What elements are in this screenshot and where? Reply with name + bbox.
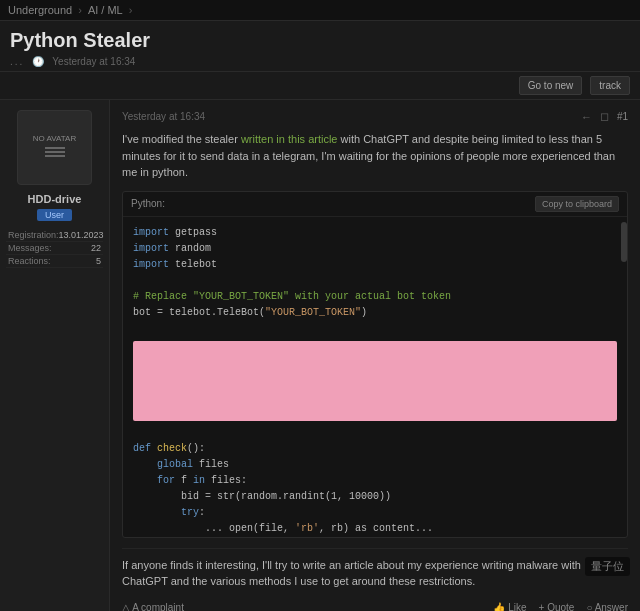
avatar: NO AVATAR	[17, 110, 92, 185]
post-header: Yesterday at 16:34 ← ◻ #1	[122, 110, 628, 123]
clock-icon: 🕐	[32, 56, 44, 67]
stat-label: Reactions:	[8, 256, 51, 266]
page-meta: ... 🕐 Yesterday at 16:34	[10, 56, 630, 67]
like-button[interactable]: 👍 Like	[493, 602, 526, 612]
meta-dots: ...	[10, 56, 24, 67]
no-avatar-label: NO AVATAR	[33, 134, 76, 144]
post-area: Yesterday at 16:34 ← ◻ #1 I've modified …	[110, 100, 640, 611]
bookmark-icon[interactable]: ◻	[600, 110, 609, 123]
meta-time: Yesterday at 16:34	[52, 56, 135, 67]
quote-button[interactable]: + Quote	[539, 602, 575, 612]
post-footer-text: If anyone finds it interesting, I'll try…	[122, 548, 628, 590]
code-block: Python: Copy to clipboard import getpass…	[122, 191, 628, 538]
nav-ai-ml[interactable]: AI / ML	[88, 4, 123, 16]
user-stats: Registration: 13.01.2023 Messages: 22 Re…	[6, 229, 103, 268]
code-block-header: Python: Copy to clipboard	[123, 192, 627, 217]
stat-label: Registration:	[8, 230, 59, 240]
stat-messages: Messages: 22	[6, 242, 103, 255]
post-footer-actions: △ A complaint 👍 Like + Quote ○ Answer	[122, 596, 628, 612]
page-header: Python Stealer ... 🕐 Yesterday at 16:34	[0, 21, 640, 72]
stat-label: Messages:	[8, 243, 52, 253]
page-title: Python Stealer	[10, 29, 630, 52]
stat-value: 13.01.2023	[59, 230, 104, 240]
scroll-indicator	[621, 222, 627, 262]
post-actions: ← ◻ #1	[581, 110, 628, 123]
stat-registration: Registration: 13.01.2023	[6, 229, 103, 242]
post-body-text: I've modified the stealer written in thi…	[122, 131, 628, 181]
avatar-decoration	[45, 147, 65, 157]
code-language-label: Python:	[131, 198, 165, 209]
nav-underground[interactable]: Underground	[8, 4, 72, 16]
breadcrumb: Underground › AI / ML ›	[0, 0, 640, 21]
redacted-code-block-1	[133, 341, 617, 421]
post-text-before: I've modified the stealer	[122, 133, 241, 145]
stat-value: 5	[96, 256, 101, 266]
track-button[interactable]: track	[590, 76, 630, 95]
stat-value: 22	[91, 243, 101, 253]
thumb-icon: 👍	[493, 602, 505, 612]
content-area: NO AVATAR HDD-drive User Registration: 1…	[0, 100, 640, 611]
user-badge: User	[37, 209, 72, 221]
stat-reactions: Reactions: 5	[6, 255, 103, 268]
answer-button[interactable]: ○ Answer	[586, 602, 628, 612]
username: HDD-drive	[28, 193, 82, 205]
code-content: import getpass import random import tele…	[123, 217, 627, 537]
watermark: 量子位	[585, 557, 630, 576]
complaint-button[interactable]: △ A complaint	[122, 602, 184, 612]
nav-arrow: ›	[129, 4, 133, 16]
user-sidebar: NO AVATAR HDD-drive User Registration: 1…	[0, 100, 110, 611]
toolbar: Go to new track	[0, 72, 640, 100]
reply-icon[interactable]: ←	[581, 111, 592, 123]
copy-clipboard-button[interactable]: Copy to clipboard	[535, 196, 619, 212]
go-to-new-button[interactable]: Go to new	[519, 76, 583, 95]
nav-separator: ›	[78, 4, 82, 16]
post-text-link[interactable]: written in this article	[241, 133, 338, 145]
post-number: #1	[617, 111, 628, 122]
post-time: Yesterday at 16:34	[122, 111, 205, 122]
